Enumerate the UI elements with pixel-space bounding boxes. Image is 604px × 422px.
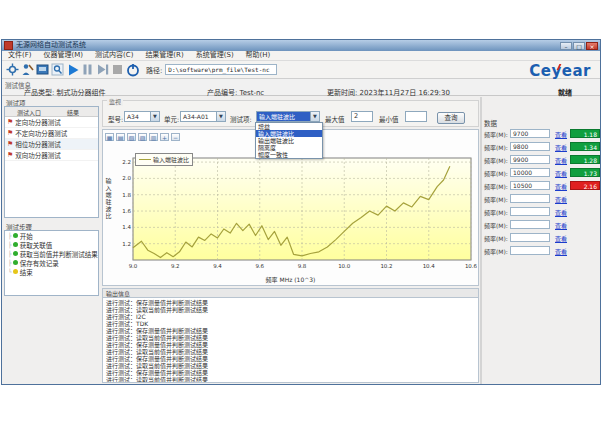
- view-link[interactable]: 查看: [555, 247, 567, 256]
- menu-results[interactable]: 结果管理(R): [139, 51, 189, 60]
- frequency-input[interactable]: [510, 194, 550, 203]
- dropdown-option[interactable]: 幅度一致性: [256, 151, 322, 158]
- play-icon[interactable]: [65, 62, 80, 77]
- max-limit-input[interactable]: 2: [351, 111, 373, 122]
- dropdown-option[interactable]: 输出端驻波比: [256, 137, 322, 144]
- step-status-dot: [13, 233, 18, 238]
- flag-icon: ⚑: [7, 118, 13, 126]
- step-item[interactable]: └结束: [5, 267, 98, 276]
- print-icon[interactable]: ▧: [127, 133, 136, 141]
- save-icon[interactable]: ▦: [105, 133, 114, 141]
- frequency-input[interactable]: 9800: [510, 142, 550, 151]
- menu-bar: 文件(F) 仪器管理(M) 测试内容(C) 结果管理(R) 系统管理(S) 帮助…: [2, 51, 600, 61]
- zoom-out-button[interactable]: −: [171, 133, 180, 141]
- result-badge: 1.73: [570, 168, 600, 177]
- frequency-input[interactable]: 9900: [510, 155, 550, 164]
- dropdown-option[interactable]: 增益: [256, 123, 322, 130]
- zoom-in-button[interactable]: +: [160, 133, 169, 141]
- result-badge: 1.18: [570, 129, 600, 138]
- frequency-input[interactable]: [510, 220, 550, 229]
- frequency-input[interactable]: [510, 233, 550, 242]
- log-line: 进行测试：读取当前值并判断测试结果: [106, 376, 475, 383]
- log-line: 进行测试：保存测量值并判断测试结果: [106, 341, 475, 348]
- test-item-row[interactable]: ⚑双向功分器测试: [5, 150, 98, 161]
- frequency-input[interactable]: [510, 207, 550, 216]
- minimize-button[interactable]: –: [560, 42, 572, 50]
- calibration-icon[interactable]: [20, 62, 35, 77]
- frequency-label: 频率(M):: [484, 221, 508, 230]
- log-line: 进行测试：TDK: [106, 320, 475, 327]
- test-item-row[interactable]: ⚑不定向功分器测试: [5, 128, 98, 139]
- dropdown-option[interactable]: 隔离度: [256, 144, 322, 151]
- chevron-down-icon: ▼: [150, 112, 159, 121]
- app-icon: [4, 41, 13, 50]
- view-link[interactable]: 查看: [555, 169, 567, 178]
- view-link[interactable]: 查看: [555, 234, 567, 243]
- controls-group-title: 监视: [107, 97, 123, 106]
- maximize-button[interactable]: □: [573, 42, 585, 50]
- panel-splitter[interactable]: [480, 97, 482, 384]
- result-row: 频率(M):9700查看1.18: [484, 128, 600, 140]
- log-line: 进行测试：读取当前值并判断测试结果: [106, 334, 475, 341]
- log-line: 进行测试：保存测量值并判断测试结果: [106, 299, 475, 306]
- menu-instrument[interactable]: 仪器管理(M): [38, 51, 90, 60]
- frequency-input[interactable]: 10500: [510, 181, 550, 190]
- view-link[interactable]: 查看: [555, 221, 567, 230]
- test-item-select[interactable]: 输入端驻波比▼: [256, 111, 320, 122]
- info-bar: 测试信息 产品类型: 制式功分器组件 产品编号: Test-nc 更新时间: 2…: [2, 79, 600, 96]
- result-badge: 1.28: [570, 155, 600, 164]
- legend-line-swatch: [139, 159, 151, 160]
- path-label: 路径:: [146, 65, 162, 75]
- query-button[interactable]: 查询: [437, 112, 465, 124]
- status-ready: 就绪: [558, 87, 572, 97]
- view-link[interactable]: 查看: [555, 143, 567, 152]
- menu-help[interactable]: 帮助(H): [240, 51, 277, 60]
- log-line: 进行测试：保存测量值并判断测试结果: [106, 369, 475, 376]
- unit-select[interactable]: A34-A01▼: [180, 111, 226, 122]
- window-title: 无源网络自动测试系统: [16, 41, 559, 50]
- grid-icon[interactable]: ▥: [149, 133, 158, 141]
- svg-text:10.0: 10.0: [338, 263, 351, 269]
- view-link[interactable]: 查看: [555, 182, 567, 191]
- result-row: 频率(M):查看: [484, 206, 600, 218]
- log-panel-title: 输出信息: [102, 288, 479, 297]
- menu-file[interactable]: 文件(F): [2, 51, 38, 60]
- path-input[interactable]: [165, 64, 277, 75]
- image-icon[interactable]: ▤: [116, 133, 125, 141]
- instrument-icon[interactable]: [35, 62, 50, 77]
- log-line: 进行测试：读取当前值并判断测试结果: [106, 362, 475, 369]
- pause-icon[interactable]: [80, 62, 95, 77]
- unit-label: 单元:: [164, 114, 179, 124]
- result-row: 频率(M):查看: [484, 219, 600, 231]
- view-link[interactable]: 查看: [555, 156, 567, 165]
- test-item-row[interactable]: ⚑相位功分器测试: [5, 139, 98, 150]
- model-select[interactable]: A34▼: [124, 111, 160, 122]
- close-button[interactable]: ×: [586, 42, 598, 50]
- frequency-input[interactable]: 9700: [510, 129, 550, 138]
- col-result: 结果: [67, 108, 79, 117]
- step-icon[interactable]: [95, 62, 110, 77]
- min-limit-input[interactable]: [405, 111, 427, 122]
- result-row: 频率(M):10000查看1.73: [484, 167, 600, 179]
- view-link[interactable]: 查看: [555, 130, 567, 139]
- frequency-input[interactable]: 10000: [510, 168, 550, 177]
- view-link[interactable]: 查看: [555, 195, 567, 204]
- test-item-row[interactable]: ⚑定向功分器测试: [5, 117, 98, 128]
- search-icon[interactable]: [50, 62, 65, 77]
- export-icon[interactable]: ▨: [138, 133, 147, 141]
- dropdown-option[interactable]: 输入端驻波比: [256, 130, 322, 137]
- svg-text:2.0: 2.0: [122, 175, 131, 181]
- result-row: 频率(M):9800查看1.34: [484, 141, 600, 153]
- result-row: 频率(M):10500查看2.16: [484, 180, 600, 192]
- frequency-input[interactable]: [510, 246, 550, 255]
- settings-icon[interactable]: [5, 62, 20, 77]
- svg-text:10.2: 10.2: [380, 263, 392, 269]
- stop-icon[interactable]: [110, 62, 125, 77]
- log-output[interactable]: 进行测试：保存测量值并判断测试结果 进行测试：读取当前值并判断测试结果 进行测试…: [102, 297, 479, 383]
- flag-icon: ⚑: [7, 151, 13, 159]
- power-icon[interactable]: [125, 62, 140, 77]
- model-label: 型号:: [108, 114, 123, 124]
- menu-system[interactable]: 系统管理(S): [190, 51, 240, 60]
- menu-test-content[interactable]: 测试内容(C): [89, 51, 139, 60]
- view-link[interactable]: 查看: [555, 208, 567, 217]
